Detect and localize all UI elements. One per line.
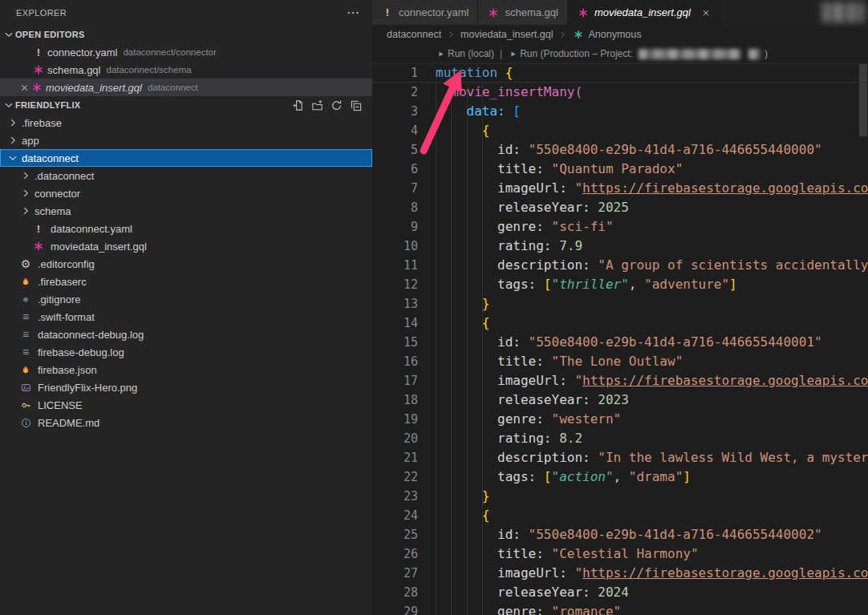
code-line-10[interactable]: 10 rating: 7.9 (372, 237, 868, 256)
key-icon (19, 399, 32, 411)
close-editor-icon[interactable] (18, 81, 30, 94)
collapse-all-icon[interactable] (349, 99, 363, 112)
tree-item-dataconnect-debug-log[interactable]: ≡dataconnect-debug.log (0, 326, 372, 343)
open-editor-moviedata-insert-gql[interactable]: moviedata_insert.gql dataconnect (0, 79, 372, 96)
tree-item-schema[interactable]: schema (0, 202, 372, 220)
code-line-11[interactable]: 11 description: "A group of scientists a… (372, 256, 868, 275)
code-line-19[interactable]: 19 genre: "western" (372, 410, 868, 429)
line-number: 7 (372, 179, 418, 198)
tab-schema-gql[interactable]: schema.gql (478, 0, 567, 25)
flame-icon (19, 275, 32, 288)
code-line-content: releaseYear: 2023 (436, 390, 629, 410)
codelens-run-production[interactable]: Run (Production – Project:) (508, 48, 768, 59)
code-line-29[interactable]: 29 genre: "romance" (372, 602, 868, 615)
tree-item-dataconnect[interactable]: .dataconnect (0, 167, 372, 184)
code-line-6[interactable]: 6 title: "Quantum Paradox" (372, 160, 868, 179)
tree-item-dataconnect[interactable]: dataconnect (0, 149, 372, 167)
refresh-icon[interactable] (330, 99, 343, 112)
tree-item-label: .firebaserc (38, 276, 87, 288)
code-line-7[interactable]: 7 imageUrl: "https://firebasestorage.goo… (372, 179, 868, 198)
tab-label: moviedata_insert.gql (594, 6, 691, 18)
code-line-content: genre: "romance" (436, 602, 621, 615)
code-line-1[interactable]: 1mutation { (372, 63, 868, 83)
code-line-8[interactable]: 8 releaseYear: 2025 (372, 198, 868, 217)
tree-item-swift-format[interactable]: ≡.swift-format (0, 308, 372, 326)
code-line-21[interactable]: 21 description: "In the lawless Wild Wes… (372, 448, 868, 467)
open-editor-name: moviedata_insert.gql (46, 82, 142, 94)
open-editors-section-header[interactable]: OPEN EDITORS (0, 26, 372, 43)
line-number: 18 (372, 390, 418, 410)
code-line-4[interactable]: 4 { (372, 121, 868, 140)
code-line-26[interactable]: 26 title: "Celestial Harmony" (372, 544, 868, 564)
tree-item-friendlyflix-hero-png[interactable]: FriendlyFlix-Hero.png (0, 378, 372, 396)
line-number: 9 (372, 217, 418, 237)
code-line-13[interactable]: 13 } (372, 294, 868, 314)
tab-connector-yaml[interactable]: ! connector.yaml (372, 0, 478, 25)
new-folder-icon[interactable] (310, 99, 324, 112)
tree-item-dataconnect-yaml[interactable]: !dataconnect.yaml (0, 220, 372, 237)
tree-item-firebaserc[interactable]: .firebaserc (0, 273, 372, 290)
tree-item-firebase-json[interactable]: firebase.json (0, 361, 372, 378)
line-number: 2 (372, 83, 418, 102)
code-line-23[interactable]: 23 } (372, 487, 868, 506)
code-line-content: data: [ (436, 102, 521, 121)
open-editor-connector-yaml[interactable]: ! connector.yaml dataconnect/connector (0, 43, 372, 61)
more-actions-icon[interactable]: ⋯ (347, 6, 359, 19)
code-line-12[interactable]: 12 tags: ["thriller", "adventure"] (372, 275, 868, 294)
code-line-16[interactable]: 16 title: "The Lone Outlaw" (372, 352, 868, 371)
tree-item-readme-md[interactable]: README.md (0, 414, 372, 431)
code-line-25[interactable]: 25 id: "550e8400-e29b-41d4-a716-44665544… (372, 525, 868, 544)
open-editors-list: ! connector.yaml dataconnect/connector s… (0, 43, 372, 96)
breadcrumb-item-moviedata-insert-gql[interactable]: moviedata_insert.gql (459, 29, 554, 40)
open-editor-schema-gql[interactable]: schema.gql dataconnect/schema (0, 61, 372, 79)
tree-item-connector[interactable]: connector (0, 184, 372, 202)
line-number: 24 (372, 506, 418, 525)
code-line-17[interactable]: 17 imageUrl: "https://firebasestorage.go… (372, 371, 868, 390)
code-line-20[interactable]: 20 rating: 8.2 (372, 429, 868, 448)
code-line-content: rating: 7.9 (436, 237, 582, 256)
code-line-28[interactable]: 28 releaseYear: 2024 (372, 583, 868, 602)
code-line-2[interactable]: 2 movie_insertMany( (372, 83, 868, 102)
breadcrumb-item-dataconnect[interactable]: dataconnect (385, 29, 443, 40)
code-line-27[interactable]: 27 imageUrl: "https://firebasestorage.go… (372, 564, 868, 583)
tree-item-app[interactable]: app (0, 131, 372, 149)
close-slot (18, 46, 32, 59)
tree-item-label: .dataconnect (34, 170, 94, 182)
line-number: 10 (372, 237, 418, 256)
code-line-24[interactable]: 24 { (372, 506, 868, 525)
code-line-content: { (436, 314, 489, 333)
line-number: 16 (372, 352, 418, 371)
code-line-9[interactable]: 9 genre: "sci-fi" (372, 217, 868, 237)
tree-item-firebase-debug-log[interactable]: ≡firebase-debug.log (0, 343, 372, 361)
tree-item-editorconfig[interactable]: ⚙.editorconfig (0, 255, 372, 273)
code-line-15[interactable]: 15 id: "550e8400-e29b-41d4-a716-44665544… (372, 333, 868, 352)
new-file-icon[interactable] (291, 99, 305, 112)
codelens-run-local[interactable]: Run (local) (436, 48, 494, 59)
tab-moviedata-insert-gql[interactable]: moviedata_insert.gql (568, 0, 722, 25)
code-line-5[interactable]: 5 id: "550e8400-e29b-41d4-a716-446655440… (372, 140, 868, 160)
code-line-3[interactable]: 3 data: [ (372, 102, 868, 121)
tree-item-moviedata-insert-gql[interactable]: moviedata_insert.gql (0, 237, 372, 255)
tree-item-firebase[interactable]: .firebase (0, 114, 372, 131)
tree-item-label: .editorconfig (38, 258, 95, 270)
code-line-22[interactable]: 22 tags: ["action", "drama"] (372, 467, 868, 487)
workspace-section-header[interactable]: FRIENDLYFLIX (0, 96, 372, 114)
lines-icon: ≡ (19, 310, 32, 323)
lines-icon: ≡ (19, 346, 32, 358)
open-editor-path: dataconnect/connector (123, 47, 216, 57)
code-line-content: } (436, 487, 489, 506)
code-line-content: releaseYear: 2024 (436, 583, 629, 602)
line-number: 27 (372, 564, 418, 583)
code-line-content: id: "550e8400-e29b-41d4-a716-44665544000… (436, 140, 822, 160)
tab-label: connector.yaml (399, 6, 468, 18)
code-line-18[interactable]: 18 releaseYear: 2023 (372, 390, 868, 410)
tree-item-label: dataconnect (22, 152, 79, 164)
play-icon (508, 49, 517, 59)
open-editor-path: dataconnect/schema (106, 65, 191, 75)
breadcrumb-item-anonymous[interactable]: Anonymous (586, 29, 643, 40)
code-line-content: { (436, 121, 489, 140)
code-line-14[interactable]: 14 { (372, 314, 868, 333)
tree-item-gitignore[interactable]: ◆.gitignore (0, 290, 372, 308)
tree-item-license[interactable]: LICENSE (0, 396, 372, 414)
close-tab-icon[interactable] (700, 6, 712, 19)
